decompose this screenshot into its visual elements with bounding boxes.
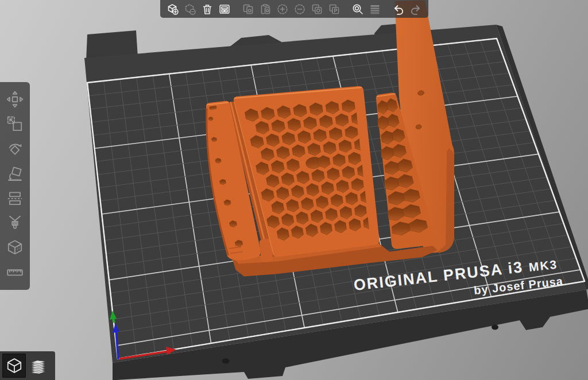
search-button[interactable] [351,2,365,16]
cube-tool[interactable] [3,235,26,259]
measure-tool[interactable] [3,259,26,284]
copy-button[interactable] [241,2,255,16]
cube-icon [9,241,21,254]
split-to-objects-icon [313,5,322,13]
variable-layer-height-icon [371,5,380,14]
copy-icon [244,5,253,13]
trash-icon [204,5,211,14]
paste-button[interactable] [258,2,272,16]
rotate-icon [9,144,21,154]
add-instance-icon [278,5,287,14]
3d-view-cube-icon [7,359,21,373]
delete-object-button[interactable] [183,2,197,16]
3d-editor-view-button[interactable] [2,354,26,378]
split-to-parts-icon [330,5,339,13]
view-switch [0,351,55,380]
top-toolbar [160,0,428,18]
split-to-parts-button[interactable] [327,2,341,16]
arrange-icon [220,5,229,13]
place-on-face-tool[interactable] [3,161,26,185]
search-icon [353,5,362,14]
add-object-icon [169,5,178,14]
undo-button[interactable] [392,2,405,16]
cut-icon [8,192,22,204]
place-on-face-icon [9,167,21,180]
paint-tool[interactable] [3,210,26,235]
redo-icon [412,6,419,14]
preview-view-button[interactable] [26,354,49,378]
rotate-tool[interactable] [3,136,26,161]
split-to-objects-button[interactable] [310,2,324,16]
bed-screw-hole-front [222,359,230,364]
undo-icon [395,6,403,14]
layers-stack-icon [30,360,45,374]
move-icon [7,91,23,107]
scale-icon [8,117,21,130]
add-instance-button[interactable] [276,2,289,16]
remove-instance-button[interactable] [293,2,307,16]
add-object-button[interactable] [166,2,180,16]
redo-button[interactable] [409,2,423,16]
paintbrush-icon [10,216,20,228]
slicer-window: ORIGINAL PRUSA i3MK3 by Josef Prusa [0,0,588,380]
delete-all-button[interactable] [200,2,214,16]
viewport-3d[interactable]: ORIGINAL PRUSA i3MK3 by Josef Prusa [0,0,588,380]
remove-instance-icon [295,5,304,14]
variable-layer-height-button[interactable] [368,2,382,16]
delete-object-icon [186,5,195,14]
cut-tool[interactable] [3,185,26,210]
gizmo-toolbar [0,82,30,290]
arrange-button[interactable] [218,2,231,16]
ruler-icon [7,270,22,275]
move-tool[interactable] [3,87,26,111]
paste-icon [262,4,270,13]
bed-screw-hole-right [492,325,498,330]
scale-tool[interactable] [3,111,26,136]
